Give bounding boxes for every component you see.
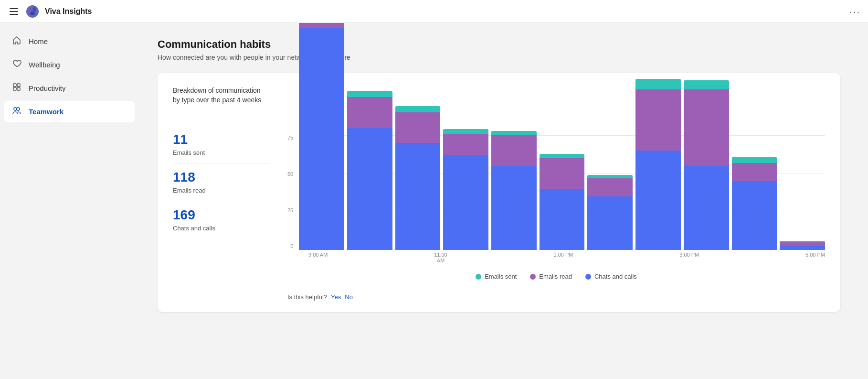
bar-teal-2 <box>395 106 441 112</box>
emails-sent-label: Emails sent <box>173 149 268 156</box>
bar-group-1 <box>347 135 392 250</box>
bar-purple-8 <box>684 89 729 166</box>
x-labels: 9:00 AM 11:00AM 1:00 PM 3:00 PM 5:00 PM <box>308 252 825 263</box>
page-area: Communication habits How connected are y… <box>138 23 868 379</box>
chart-panel: 75 50 25 0 <box>287 116 825 301</box>
bar-teal-1 <box>347 91 392 97</box>
bar-group-8 <box>684 135 729 250</box>
bars-row <box>299 135 825 250</box>
bar-teal-4 <box>491 131 537 136</box>
card-body: 11 Emails sent 118 Emails read 169 Chats… <box>173 116 825 301</box>
bar-group-2 <box>395 135 441 250</box>
legend-chats-calls: Chats and calls <box>585 273 637 280</box>
stat-chats-calls: 169 Chats and calls <box>173 201 268 238</box>
bar-purple-6 <box>587 178 633 196</box>
feedback-question: Is this helpful? <box>287 293 327 301</box>
svg-rect-7 <box>17 87 20 90</box>
bar-blue-1 <box>347 128 392 250</box>
feedback-row: Is this helpful? Yes No <box>287 293 825 301</box>
bar-teal-9 <box>732 157 777 163</box>
chats-calls-value: 169 <box>173 208 268 223</box>
x-label-11am: 11:00AM <box>434 252 447 263</box>
x-label-9am: 9:00 AM <box>308 252 328 263</box>
bar-group-3 <box>443 135 488 250</box>
subtitle-text: How connected are you with people in you… <box>158 54 314 61</box>
feedback-no-link[interactable]: No <box>345 293 353 301</box>
bar-group-9 <box>732 135 777 250</box>
bar-group-0 <box>299 135 344 250</box>
teamwork-icon <box>11 106 22 118</box>
bar-blue-4 <box>491 166 537 250</box>
bar-purple-7 <box>635 89 681 151</box>
legend-label-emails-sent: Emails sent <box>485 273 517 280</box>
svg-point-3 <box>30 11 35 15</box>
sidebar-item-home-label: Home <box>29 37 48 45</box>
main-content: Home Wellbeing Productivity Teamwork Com… <box>0 23 868 379</box>
sidebar: Home Wellbeing Productivity Teamwork <box>0 23 138 379</box>
bar-blue-9 <box>732 181 777 250</box>
bar-group-5 <box>540 135 585 250</box>
legend-emails-read: Emails read <box>530 273 572 280</box>
bar-teal-7 <box>635 79 681 89</box>
page-title: Communication habits <box>158 38 849 51</box>
chart-inner <box>299 135 825 250</box>
stats-panel: 11 Emails sent 118 Emails read 169 Chats… <box>173 116 268 301</box>
communication-habits-card: Breakdown of communication by type over … <box>158 73 840 312</box>
x-label-5pm: 5:00 PM <box>805 252 825 263</box>
bar-purple-1 <box>347 97 392 128</box>
x-label-1pm: 1:00 PM <box>553 252 573 263</box>
emails-read-label: Emails read <box>173 187 268 194</box>
bar-blue-3 <box>443 155 488 250</box>
bar-group-7 <box>635 135 681 250</box>
bar-blue-7 <box>635 151 681 250</box>
top-bar-left: Viva Insights <box>8 5 92 18</box>
sidebar-item-teamwork[interactable]: Teamwork <box>4 101 135 122</box>
more-options-button[interactable]: ··· <box>849 6 860 17</box>
bar-group-4 <box>491 135 537 250</box>
legend-dot-emails-read <box>530 274 536 280</box>
bar-teal-3 <box>443 129 488 134</box>
bar-purple-2 <box>395 112 441 143</box>
bar-blue-2 <box>395 143 441 250</box>
hamburger-button[interactable] <box>8 6 20 17</box>
svg-rect-4 <box>13 84 16 87</box>
bar-teal-5 <box>540 154 585 159</box>
app-title: Viva Insights <box>45 7 92 16</box>
svg-rect-6 <box>13 87 16 90</box>
sidebar-item-productivity-label: Productivity <box>29 84 66 92</box>
sidebar-item-teamwork-label: Teamwork <box>29 108 64 116</box>
legend-dot-emails-sent <box>476 274 481 280</box>
bar-group-6 <box>587 135 633 250</box>
y-axis: 75 50 25 0 <box>287 135 293 250</box>
emails-read-value: 118 <box>173 170 268 185</box>
x-axis: 9:00 AM 11:00AM 1:00 PM 3:00 PM 5:00 PM <box>287 250 825 263</box>
sidebar-item-wellbeing-label: Wellbeing <box>29 61 60 69</box>
emails-sent-value: 11 <box>173 132 268 147</box>
legend-label-emails-read: Emails read <box>539 273 572 280</box>
top-bar: Viva Insights ··· <box>0 0 868 23</box>
y-label-0: 0 <box>287 244 293 249</box>
bar-purple-5 <box>540 158 585 189</box>
sidebar-item-productivity[interactable]: Productivity <box>4 77 135 99</box>
bar-blue-8 <box>684 166 729 250</box>
bar-blue-5 <box>540 189 585 250</box>
chats-calls-label: Chats and calls <box>173 225 268 232</box>
sidebar-item-home[interactable]: Home <box>4 31 135 52</box>
x-label-3pm: 3:00 PM <box>679 252 699 263</box>
stat-emails-sent: 11 Emails sent <box>173 126 268 163</box>
chart-area: 75 50 25 0 <box>287 116 825 250</box>
svg-point-2 <box>32 7 36 12</box>
legend-emails-sent: Emails sent <box>476 273 517 280</box>
bar-purple-3 <box>443 134 488 155</box>
page-subtitle: How connected are you with people in you… <box>158 54 849 61</box>
bar-blue-10 <box>780 246 825 250</box>
legend: Emails sent Emails read Chats and calls <box>287 273 825 280</box>
productivity-icon <box>11 82 22 94</box>
y-label-75: 75 <box>287 135 293 141</box>
home-icon <box>11 35 22 47</box>
sidebar-item-wellbeing[interactable]: Wellbeing <box>4 54 135 76</box>
stat-emails-read: 118 Emails read <box>173 163 268 201</box>
bar-blue-0 <box>299 28 344 250</box>
feedback-yes-link[interactable]: Yes <box>331 293 341 301</box>
svg-point-8 <box>14 108 17 110</box>
